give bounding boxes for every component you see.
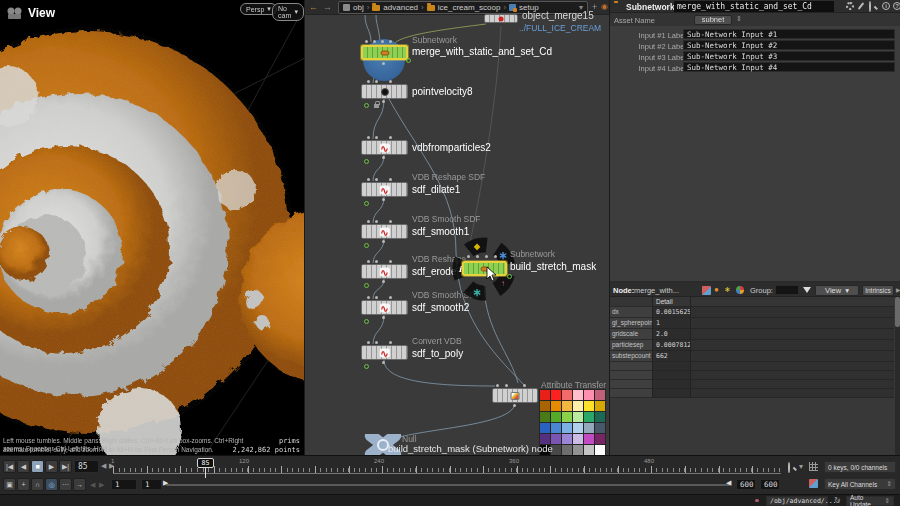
scrollbar[interactable] bbox=[895, 297, 900, 455]
range-start-field2[interactable]: 1 bbox=[141, 479, 162, 490]
palette-swatch[interactable] bbox=[595, 390, 605, 400]
display-flag[interactable] bbox=[364, 201, 369, 206]
spinner-icon[interactable]: ⇕ bbox=[736, 15, 742, 23]
to-end-button[interactable]: ▶| bbox=[59, 460, 72, 473]
intrinsics-button[interactable]: Intrinsics bbox=[862, 285, 894, 296]
palette-swatch[interactable] bbox=[584, 401, 594, 411]
node-pointvelocity8[interactable] bbox=[361, 84, 408, 99]
palette-swatch[interactable] bbox=[562, 412, 572, 422]
palette-swatch[interactable] bbox=[540, 390, 550, 400]
input1-field[interactable]: Sub-Network Input #1 bbox=[683, 29, 895, 39]
input3-field[interactable]: Sub-Network Input #3 bbox=[683, 51, 895, 61]
viewport-pane[interactable]: View Persp ▾ No cam ▾ Left mouse tumbles… bbox=[0, 0, 305, 455]
range-slider[interactable] bbox=[166, 484, 730, 486]
display-flag[interactable] bbox=[364, 103, 369, 108]
range-prev-button[interactable]: ◀ bbox=[90, 481, 95, 489]
help-icon[interactable]: ? bbox=[893, 2, 900, 10]
node-name-label[interactable]: sdf_dilate1 bbox=[412, 184, 460, 195]
detail-mode-icon[interactable]: ∗ bbox=[724, 285, 731, 294]
node-merge-with-static[interactable] bbox=[361, 45, 408, 60]
palette-swatch[interactable] bbox=[573, 401, 583, 411]
palette-swatch[interactable] bbox=[573, 390, 583, 400]
palette-swatch[interactable] bbox=[573, 434, 583, 444]
prims-mode-icon[interactable]: ● bbox=[714, 285, 719, 294]
follow-toggle[interactable]: ◎ bbox=[45, 478, 58, 491]
palette-swatch[interactable] bbox=[595, 412, 605, 422]
display-flag[interactable] bbox=[364, 243, 369, 248]
flag-ring-icon-teal[interactable]: ∗ bbox=[472, 286, 481, 299]
palette-swatch[interactable] bbox=[562, 423, 572, 433]
palette-swatch[interactable] bbox=[573, 423, 583, 433]
rewind-button[interactable]: |◀ bbox=[3, 460, 16, 473]
expand-icon[interactable]: ▶ bbox=[896, 286, 900, 293]
breadcrumb-ice-cream-scoop[interactable]: ice_cream_scoop bbox=[438, 3, 501, 12]
flag-ring-icon-yellow[interactable]: ◆ bbox=[474, 242, 480, 251]
node-sdf-smooth1[interactable]: ∿ bbox=[361, 224, 408, 239]
stop-button[interactable]: ■ bbox=[31, 460, 44, 473]
range-next-button[interactable]: ▶ bbox=[99, 481, 104, 489]
magnifier-icon[interactable] bbox=[869, 1, 871, 12]
brush-icon[interactable] bbox=[858, 2, 865, 10]
asset-name-value-button[interactable]: subnet bbox=[694, 15, 732, 25]
palette-swatch[interactable] bbox=[595, 423, 605, 433]
step-back-button[interactable]: ◀ bbox=[101, 462, 106, 470]
node-object-merge15[interactable] bbox=[484, 14, 518, 23]
keyframe-icon[interactable] bbox=[809, 479, 818, 488]
attribs-icon[interactable] bbox=[736, 286, 744, 294]
palette-swatch[interactable] bbox=[573, 412, 583, 422]
palette-swatch[interactable] bbox=[551, 390, 561, 400]
node-sdf-smooth2[interactable]: ∿ bbox=[361, 300, 408, 315]
node-sdf-erode[interactable]: ∿ bbox=[361, 264, 408, 279]
palette-swatch[interactable] bbox=[584, 445, 594, 455]
range-end-field[interactable]: 600 bbox=[736, 479, 756, 490]
dopesheet-icon[interactable] bbox=[809, 462, 818, 471]
back-icon[interactable]: ← bbox=[309, 2, 318, 12]
palette-swatch[interactable] bbox=[573, 445, 583, 455]
key-mode-dropdown[interactable]: Key All Channels ⇕ bbox=[824, 478, 896, 490]
palette-swatch[interactable] bbox=[584, 412, 594, 422]
group-field[interactable] bbox=[775, 285, 799, 295]
input2-field[interactable]: Sub-Network Input #2 bbox=[683, 40, 895, 50]
palette-swatch[interactable] bbox=[562, 434, 572, 444]
table-row[interactable]: gl_spherepoints 1 bbox=[610, 318, 894, 329]
node-sdf-to-poly[interactable]: ∿ bbox=[361, 345, 408, 360]
node-vdbfromparticles2[interactable]: ∿ bbox=[361, 140, 408, 155]
node-attribtransfer[interactable] bbox=[492, 388, 538, 403]
step-mode-toggle[interactable]: → bbox=[73, 478, 86, 491]
palette-swatch[interactable] bbox=[551, 401, 561, 411]
node-sdf-dilate1[interactable]: ∿ bbox=[361, 182, 408, 197]
palette-swatch[interactable] bbox=[551, 423, 561, 433]
context-path-dropdown[interactable]: /obj/advanced/... ⇕ bbox=[766, 496, 828, 506]
palette-swatch[interactable] bbox=[584, 390, 594, 400]
range-slider-right-handle[interactable]: ◀ bbox=[726, 479, 731, 487]
snapshot-icon[interactable]: ◉ bbox=[601, 2, 608, 11]
display-flag[interactable] bbox=[364, 159, 369, 164]
node-name-label[interactable]: merge_with_static_and_set_Cd bbox=[412, 46, 552, 57]
realtime-toggle[interactable]: ▣ bbox=[3, 478, 16, 491]
table-row[interactable]: dx 0.0015625 bbox=[610, 307, 894, 318]
palette-swatch[interactable] bbox=[584, 423, 594, 433]
palette-swatch[interactable] bbox=[551, 412, 561, 422]
palette-swatch[interactable] bbox=[562, 445, 572, 455]
current-frame-field[interactable]: 85 bbox=[74, 460, 99, 473]
node-name-label[interactable]: pointvelocity8 bbox=[412, 86, 473, 97]
range-start-field[interactable]: 1 bbox=[111, 479, 137, 490]
palette-swatch[interactable] bbox=[595, 445, 605, 455]
display-flag[interactable] bbox=[507, 274, 512, 279]
network-editor-pane[interactable]: ← → obj › advanced › ice_cream_scoop › s… bbox=[305, 0, 610, 455]
table-row[interactable]: substepcount 662 bbox=[610, 351, 894, 362]
palette-swatch[interactable] bbox=[540, 412, 550, 422]
palette-swatch[interactable] bbox=[562, 401, 572, 411]
node-name-label[interactable]: sdf_to_poly bbox=[412, 348, 463, 359]
input4-field[interactable]: Sub-Network Input #4 bbox=[683, 62, 895, 72]
display-flag[interactable] bbox=[406, 58, 411, 63]
timeline-zoom-icon[interactable] bbox=[788, 462, 790, 473]
palette-swatch[interactable] bbox=[584, 434, 594, 444]
range-slider-left-handle[interactable]: ▶ bbox=[163, 479, 168, 487]
sync-icon[interactable]: ↻ bbox=[834, 496, 841, 505]
display-flag[interactable] bbox=[364, 364, 369, 369]
chevron-down-icon[interactable]: ▾ bbox=[799, 462, 803, 471]
frame-marker[interactable]: 85 bbox=[197, 458, 214, 468]
palette-swatch[interactable] bbox=[562, 390, 572, 400]
play-reverse-button[interactable]: ◀ bbox=[17, 460, 30, 473]
